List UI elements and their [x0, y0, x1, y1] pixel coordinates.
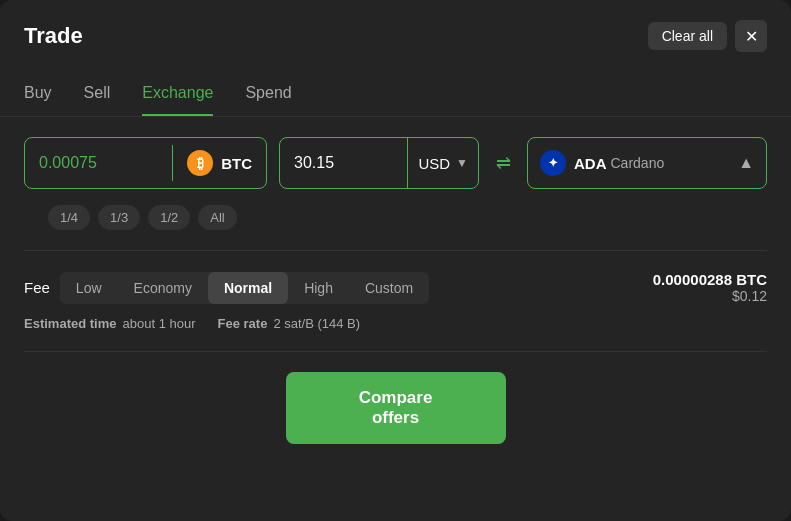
to-coin-group: ✦ ADA Cardano ▲ — [527, 137, 767, 189]
tabs-divider — [0, 116, 791, 117]
exchange-section: ₿ BTC USD ▼ ⇌ ✦ ADA Cardano — [0, 137, 791, 230]
tab-spend[interactable]: Spend — [245, 84, 291, 116]
swap-icon[interactable]: ⇌ — [491, 152, 515, 174]
close-button[interactable]: ✕ — [735, 20, 767, 52]
estimated-time-label: Estimated time — [24, 316, 116, 331]
fee-options: Low Economy Normal High Custom — [60, 272, 429, 304]
estimated-row: Estimated time about 1 hour Fee rate 2 s… — [24, 316, 767, 331]
currency-label: USD — [418, 155, 450, 172]
panel-header: Trade Clear all ✕ — [0, 0, 791, 68]
from-input-group: ₿ BTC — [24, 137, 267, 189]
trade-panel: Trade Clear all ✕ Buy Sell Exchange Spen… — [0, 0, 791, 521]
currency-selector[interactable]: USD ▼ — [407, 138, 478, 188]
from-amount-input[interactable] — [39, 154, 158, 172]
from-coin-selector[interactable]: ₿ BTC — [173, 150, 266, 176]
fee-row: Fee Low Economy Normal High Custom 0.000… — [24, 271, 767, 304]
fee-section: Fee Low Economy Normal High Custom 0.000… — [0, 271, 791, 331]
usd-amount-input[interactable] — [280, 154, 407, 172]
usd-amount-group: USD ▼ — [279, 137, 479, 189]
compare-section: Compare offers — [0, 372, 791, 468]
to-coin-label: ADA — [574, 155, 607, 172]
exchange-row: ₿ BTC USD ▼ ⇌ ✦ ADA Cardano — [24, 137, 767, 189]
ada-icon: ✦ — [540, 150, 566, 176]
tab-sell[interactable]: Sell — [84, 84, 111, 116]
header-actions: Clear all ✕ — [648, 20, 767, 52]
fee-btn-custom[interactable]: Custom — [349, 272, 429, 304]
section-divider-1 — [24, 250, 767, 251]
fee-amount-usd: $0.12 — [653, 288, 767, 304]
chevron-up-icon[interactable]: ▲ — [726, 154, 766, 172]
bottom-divider — [24, 351, 767, 352]
fee-right: 0.00000288 BTC $0.12 — [653, 271, 767, 304]
compare-offers-button[interactable]: Compare offers — [286, 372, 506, 444]
estimated-time-value: about 1 hour — [122, 316, 195, 331]
to-coin-name-label: Cardano — [611, 155, 665, 171]
fraction-all[interactable]: All — [198, 205, 236, 230]
fee-amount-btc: 0.00000288 BTC — [653, 271, 767, 288]
panel-title: Trade — [24, 23, 83, 49]
tab-bar: Buy Sell Exchange Spend — [0, 68, 791, 116]
fee-left: Fee Low Economy Normal High Custom — [24, 272, 429, 304]
btc-icon: ₿ — [187, 150, 213, 176]
chevron-down-icon: ▼ — [456, 156, 468, 170]
clear-all-button[interactable]: Clear all — [648, 22, 727, 50]
tab-buy[interactable]: Buy — [24, 84, 52, 116]
fee-btn-economy[interactable]: Economy — [118, 272, 208, 304]
fraction-buttons: 1/4 1/3 1/2 All — [24, 205, 767, 230]
to-coin-info: ✦ ADA Cardano — [528, 150, 726, 176]
fee-rate-label: Fee rate — [218, 316, 268, 331]
from-coin-label: BTC — [221, 155, 252, 172]
fraction-1-4[interactable]: 1/4 — [48, 205, 90, 230]
fraction-1-2[interactable]: 1/2 — [148, 205, 190, 230]
from-amount-field[interactable] — [25, 154, 172, 172]
fee-label: Fee — [24, 279, 50, 296]
fee-btn-normal[interactable]: Normal — [208, 272, 288, 304]
close-icon: ✕ — [745, 27, 758, 46]
fee-rate-value: 2 sat/B (144 B) — [273, 316, 360, 331]
fraction-1-3[interactable]: 1/3 — [98, 205, 140, 230]
fee-btn-high[interactable]: High — [288, 272, 349, 304]
fee-btn-low[interactable]: Low — [60, 272, 118, 304]
tab-exchange[interactable]: Exchange — [142, 84, 213, 116]
